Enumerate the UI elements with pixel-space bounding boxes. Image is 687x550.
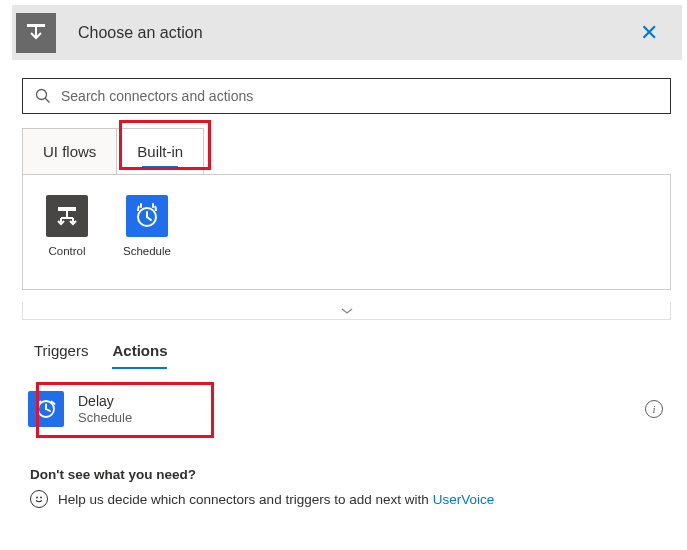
schedule-icon — [126, 195, 168, 237]
subtab-triggers[interactable]: Triggers — [34, 342, 88, 367]
connector-control[interactable]: Control — [39, 195, 95, 257]
action-panel-icon — [16, 13, 56, 53]
control-icon — [46, 195, 88, 237]
panel-title: Choose an action — [78, 24, 203, 42]
svg-line-14 — [46, 409, 50, 411]
delay-clock-icon — [28, 391, 64, 427]
uservoice-link[interactable]: UserVoice — [433, 492, 495, 507]
svg-rect-4 — [58, 207, 76, 211]
collapse-handle[interactable] — [22, 302, 671, 320]
info-icon[interactable]: i — [645, 400, 663, 418]
hint-section: Don't see what you need? Help us decide … — [30, 467, 671, 508]
tab-built-in[interactable]: Built-in — [116, 128, 204, 174]
search-input[interactable] — [61, 88, 658, 104]
svg-line-11 — [147, 217, 151, 220]
search-icon — [35, 88, 51, 104]
sub-tabs: Triggers Actions — [34, 342, 671, 367]
connector-label: Schedule — [123, 245, 171, 257]
svg-line-3 — [45, 98, 49, 102]
action-delay[interactable]: Delay Schedule i — [22, 379, 671, 439]
smiley-icon — [30, 490, 48, 508]
connector-label: Control — [48, 245, 85, 257]
connector-schedule[interactable]: Schedule — [119, 195, 175, 257]
hint-title: Don't see what you need? — [30, 467, 671, 482]
svg-point-18 — [40, 497, 42, 499]
search-box[interactable] — [22, 78, 671, 114]
hint-body-text: Help us decide which connectors and trig… — [58, 492, 429, 507]
connectors-panel: Control Schedule — [22, 174, 671, 290]
chevron-down-icon — [340, 307, 354, 315]
action-subtitle: Schedule — [78, 410, 132, 425]
tab-ui-flows[interactable]: UI flows — [22, 128, 116, 174]
subtab-actions[interactable]: Actions — [112, 342, 167, 367]
category-tabs: UI flows Built-in — [22, 128, 671, 174]
svg-rect-0 — [27, 24, 45, 27]
svg-point-2 — [37, 90, 47, 100]
action-text: Delay Schedule — [78, 393, 132, 425]
close-icon[interactable]: ✕ — [632, 16, 666, 50]
action-title: Delay — [78, 393, 132, 409]
svg-point-17 — [36, 497, 38, 499]
panel-header: Choose an action ✕ — [12, 5, 682, 60]
